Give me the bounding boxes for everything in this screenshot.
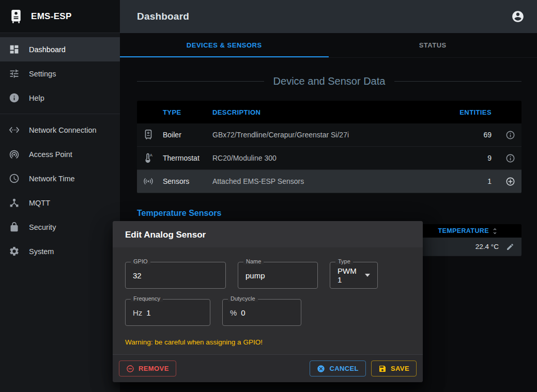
sidebar-item-help[interactable]: Help xyxy=(0,86,120,110)
dutycycle-field[interactable]: Dutycycle % xyxy=(222,299,301,326)
gpio-input[interactable] xyxy=(133,271,218,280)
table-row-thermostat[interactable]: A Thermostat RC20/Moduline 300 9 xyxy=(137,147,521,170)
type-field-label: Type xyxy=(335,258,353,264)
sidebar-item-dashboard[interactable]: Dashboard xyxy=(0,37,120,61)
app-title: EMS-ESP xyxy=(31,11,72,22)
column-header-entities: ENTITIES xyxy=(449,108,499,116)
info-outline-icon xyxy=(505,130,515,140)
app-root: EMS-ESP Dashboard Settings Help Network … xyxy=(0,0,537,392)
divider-line xyxy=(394,81,521,82)
cancel-button-label: CANCEL xyxy=(329,365,359,372)
save-button-label: SAVE xyxy=(391,365,409,372)
ethernet-icon xyxy=(9,124,20,135)
sidebar-item-system[interactable]: System xyxy=(0,239,120,263)
gear-icon xyxy=(9,246,20,257)
edit-sensor-button[interactable] xyxy=(499,243,521,251)
dutycycle-input[interactable] xyxy=(241,308,294,317)
edit-pencil-icon xyxy=(506,243,514,251)
gpio-field-label: GPIO xyxy=(131,258,150,264)
frequency-input[interactable] xyxy=(146,308,203,317)
sidebar-item-security[interactable]: Security xyxy=(0,215,120,239)
temperature-value: 22.4 °C xyxy=(416,243,499,250)
remove-button[interactable]: REMOVE xyxy=(119,360,176,377)
sidebar-item-label: System xyxy=(29,247,54,256)
device-type: Thermostat xyxy=(160,154,209,162)
account-button[interactable] xyxy=(509,8,527,25)
frequency-field[interactable]: Frequency Hz xyxy=(125,299,210,326)
sidebar-item-settings[interactable]: Settings xyxy=(0,61,120,86)
table-row-boiler[interactable]: Boiler GBx72/Trendline/Cerapur/Greenstar… xyxy=(137,123,521,147)
info-button[interactable] xyxy=(499,153,521,163)
device-table-header: TYPE DESCRIPTION ENTITIES xyxy=(137,101,521,123)
clock-icon xyxy=(9,173,20,184)
dialog-body: GPIO Name Type PWM 1 Frequency Hz xyxy=(113,247,423,326)
sidebar-item-label: Dashboard xyxy=(29,45,66,54)
device-entities: 9 xyxy=(449,154,499,162)
sidebar-item-access-point[interactable]: Access Point xyxy=(0,142,120,166)
divider-line xyxy=(137,81,264,82)
section-divider: Device and Sensor Data xyxy=(137,75,521,87)
name-field-label: Name xyxy=(243,258,264,264)
device-type: Boiler xyxy=(160,131,209,139)
boiler-icon xyxy=(137,129,160,140)
edit-analog-sensor-dialog: Edit Analog Sensor GPIO Name Type PWM 1 xyxy=(113,221,423,382)
sidebar-item-label: Network Connection xyxy=(29,126,97,134)
device-description: GBx72/Trendline/Cerapur/Greenstar Si/27i xyxy=(209,131,449,139)
sidebar-nav: Dashboard Settings Help Network Connecti… xyxy=(0,33,120,268)
tab-label: DEVICES & SENSORS xyxy=(187,41,262,49)
wifi-tethering-icon xyxy=(9,149,20,160)
type-selected-value: PWM 1 xyxy=(337,266,361,284)
dialog-actions: REMOVE CANCEL SAVE xyxy=(113,354,423,382)
name-field[interactable]: Name xyxy=(238,262,318,289)
unfold-more-icon xyxy=(491,227,499,235)
remove-button-label: REMOVE xyxy=(139,365,169,372)
column-header-description: DESCRIPTION xyxy=(209,108,449,116)
temperature-sensors-title: Temperature Sensors xyxy=(137,209,521,218)
sidebar-item-network-time[interactable]: Network Time xyxy=(0,166,120,191)
tab-bar: DEVICES & SENSORS STATUS xyxy=(120,33,537,58)
sidebar-divider xyxy=(0,114,120,114)
sidebar-item-label: Help xyxy=(29,94,44,102)
gpio-warning-text: Warning: be careful when assigning a GPI… xyxy=(125,338,410,346)
dialog-title: Edit Analog Sensor xyxy=(113,221,423,247)
info-icon xyxy=(9,92,20,103)
sidebar-item-network-connection[interactable]: Network Connection xyxy=(0,118,120,142)
table-row-sensors[interactable]: Sensors Attached EMS-ESP Sensors 1 xyxy=(137,170,521,193)
cancel-button[interactable]: CANCEL xyxy=(310,360,366,377)
sidebar-item-label: MQTT xyxy=(29,199,50,207)
save-button[interactable]: SAVE xyxy=(371,360,417,377)
sidebar-item-label: Security xyxy=(29,223,56,231)
water-heater-logo-icon xyxy=(8,9,24,24)
add-circle-icon xyxy=(505,177,515,186)
device-entities: 69 xyxy=(449,131,499,139)
frequency-unit-prefix: Hz xyxy=(133,308,142,317)
cancel-icon xyxy=(317,365,325,373)
sidebar-item-mqtt[interactable]: MQTT xyxy=(0,191,120,215)
tab-status[interactable]: STATUS xyxy=(329,33,537,57)
field-row-1: GPIO Name Type PWM 1 xyxy=(125,262,410,289)
gpio-field[interactable]: GPIO xyxy=(125,262,226,289)
sidebar-item-label: Settings xyxy=(29,70,56,78)
app-bar: Dashboard xyxy=(120,0,537,33)
type-select[interactable]: Type PWM 1 xyxy=(330,262,378,289)
sensors-icon xyxy=(137,176,160,187)
temperature-header-label: TEMPERATURE xyxy=(438,227,489,234)
name-input[interactable] xyxy=(246,271,310,280)
frequency-field-label: Frequency xyxy=(131,295,163,302)
add-sensor-button[interactable] xyxy=(499,177,521,186)
device-table-body: Boiler GBx72/Trendline/Cerapur/Greenstar… xyxy=(137,123,521,193)
save-icon xyxy=(378,365,387,373)
device-type: Sensors xyxy=(160,177,209,185)
account-circle-icon xyxy=(511,10,525,23)
dutycycle-field-label: Dutycycle xyxy=(228,295,258,302)
info-button[interactable] xyxy=(499,130,521,140)
device-entities: 1 xyxy=(449,177,499,185)
device-description: Attached EMS-ESP Sensors xyxy=(209,177,449,185)
sidebar: EMS-ESP Dashboard Settings Help Network … xyxy=(0,0,120,392)
tab-devices-sensors[interactable]: DEVICES & SENSORS xyxy=(120,33,329,57)
info-outline-icon xyxy=(505,153,515,163)
tune-icon xyxy=(9,68,20,79)
svg-text:A: A xyxy=(150,153,153,158)
column-header-temperature[interactable]: TEMPERATURE xyxy=(416,227,499,235)
page-title: Dashboard xyxy=(137,11,189,22)
